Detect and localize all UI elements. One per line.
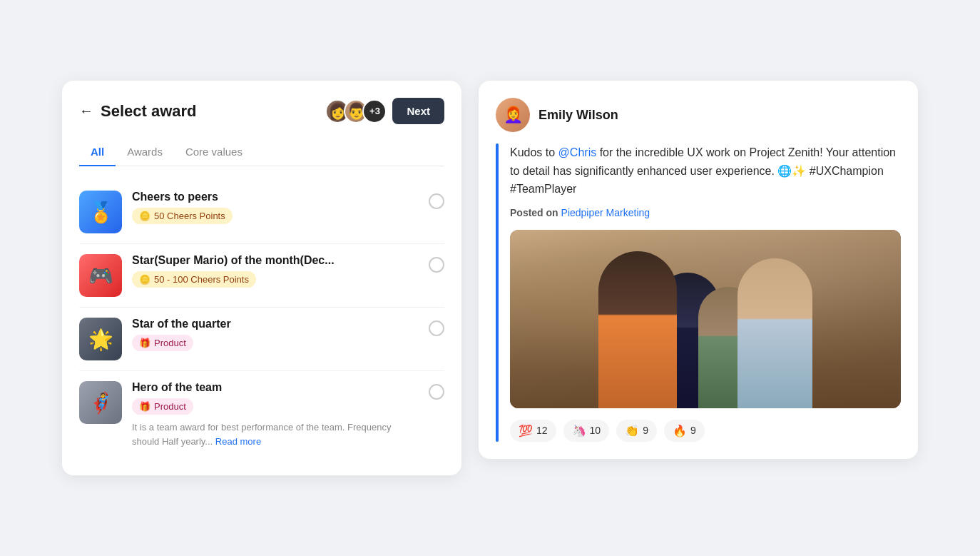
award-badge-2: 🪙 50 - 100 Cheers Points [132, 271, 256, 288]
award-radio-2[interactable] [429, 257, 444, 273]
reaction-count-1: 10 [590, 425, 601, 436]
award-name-2: Star(Super Mario) of the month(Dec... [132, 254, 419, 267]
person-figure-1 [598, 251, 677, 408]
post-image-inner [510, 230, 901, 408]
avatar-group: 👩 👨 +3 [325, 99, 387, 123]
select-award-panel: ← Select award 👩 👨 +3 Next All Awards [62, 81, 461, 475]
post-content-wrapper: Kudos to @Chris for the incredible UX wo… [496, 143, 901, 442]
tab-all[interactable]: All [79, 138, 116, 166]
header-right: 👩 👨 +3 Next [325, 98, 444, 124]
award-info-3: Star of the quarter 🎁 Product [132, 318, 419, 351]
award-badge-4: 🎁 Product [132, 398, 193, 415]
award-thumb-2: 🎮 [79, 254, 122, 297]
award-info-4: Hero of the team 🎁 Product It is a team … [132, 381, 419, 448]
award-badge-3: 🎁 Product [132, 335, 193, 351]
tab-core-values[interactable]: Core values [174, 138, 254, 166]
post-text: Kudos to @Chris for the incredible UX wo… [510, 143, 901, 198]
posted-on-channel[interactable]: Piedpiper Marketing [561, 207, 650, 218]
award-item-cheers-to-peers[interactable]: 🏅 Cheers to peers 🪙 50 Cheers Points [79, 181, 444, 244]
people-bg [510, 230, 901, 408]
post-header: 👩‍🦰 Emily Wilson [496, 98, 901, 132]
reaction-emoji-0: 💯 [519, 424, 533, 438]
award-name-4: Hero of the team [132, 381, 419, 394]
next-button[interactable]: Next [392, 98, 444, 124]
post-author-avatar: 👩‍🦰 [496, 98, 530, 132]
reaction-count-3: 9 [690, 425, 696, 436]
panel-header: ← Select award 👩 👨 +3 Next [79, 98, 444, 124]
reaction-emoji-2: 👏 [625, 424, 639, 438]
award-radio-4[interactable] [429, 384, 444, 400]
award-item-hero-team[interactable]: 🦸 Hero of the team 🎁 Product It is a tea… [79, 371, 444, 458]
award-thumb-3: 🌟 [79, 318, 122, 360]
post-panel: 👩‍🦰 Emily Wilson Kudos to @Chris for the… [479, 81, 918, 459]
tab-awards[interactable]: Awards [116, 138, 174, 166]
product-icon-4: 🎁 [139, 401, 150, 412]
header-left: ← Select award [79, 102, 197, 121]
award-name-1: Cheers to peers [132, 191, 419, 203]
post-image [510, 230, 901, 408]
award-badge-1: 🪙 50 Cheers Points [132, 208, 233, 224]
reaction-chip-3[interactable]: 🔥 9 [664, 420, 705, 442]
reaction-count-0: 12 [536, 425, 548, 436]
reaction-count-2: 9 [643, 425, 648, 436]
post-mention[interactable]: @Chris [558, 146, 597, 158]
product-icon-3: 🎁 [139, 338, 150, 348]
award-thumb-4: 🦸 [79, 381, 122, 424]
reaction-chip-2[interactable]: 👏 9 [616, 420, 657, 442]
award-info-2: Star(Super Mario) of the month(Dec... 🪙 … [132, 254, 419, 288]
post-author-name: Emily Wilson [539, 108, 618, 123]
posted-on: Posted on Piedpiper Marketing [510, 207, 901, 218]
post-text-area: Kudos to @Chris for the incredible UX wo… [510, 143, 901, 442]
people-scene [510, 230, 901, 408]
reactions-bar: 💯 12 🦄 10 👏 9 🔥 9 [510, 420, 901, 442]
person-figure-4 [737, 258, 812, 408]
cheers-icon: 🪙 [139, 211, 150, 221]
award-item-star-quarter[interactable]: 🌟 Star of the quarter 🎁 Product [79, 308, 444, 371]
blue-accent-bar [496, 143, 499, 442]
award-description-4: It is a team award for best performance … [132, 420, 419, 448]
read-more-4[interactable]: Read more [215, 436, 261, 447]
award-tabs: All Awards Core values [79, 138, 444, 166]
back-button[interactable]: ← [79, 103, 93, 119]
award-name-3: Star of the quarter [132, 318, 419, 330]
award-radio-1[interactable] [429, 193, 444, 209]
avatar-count: +3 [362, 99, 387, 123]
main-container: ← Select award 👩 👨 +3 Next All Awards [62, 81, 918, 475]
reaction-emoji-3: 🔥 [673, 424, 687, 438]
cheers-icon-2: 🪙 [139, 274, 150, 285]
reaction-chip-0[interactable]: 💯 12 [510, 420, 556, 442]
reaction-emoji-1: 🦄 [572, 424, 586, 438]
award-thumb-1: 🏅 [79, 191, 122, 233]
award-info-1: Cheers to peers 🪙 50 Cheers Points [132, 191, 419, 224]
award-item-star-mario[interactable]: 🎮 Star(Super Mario) of the month(Dec... … [79, 244, 444, 308]
reaction-chip-1[interactable]: 🦄 10 [563, 420, 610, 442]
award-radio-3[interactable] [429, 320, 444, 336]
post-text-before-mention: Kudos to [510, 146, 558, 158]
panel-title: Select award [101, 102, 197, 121]
